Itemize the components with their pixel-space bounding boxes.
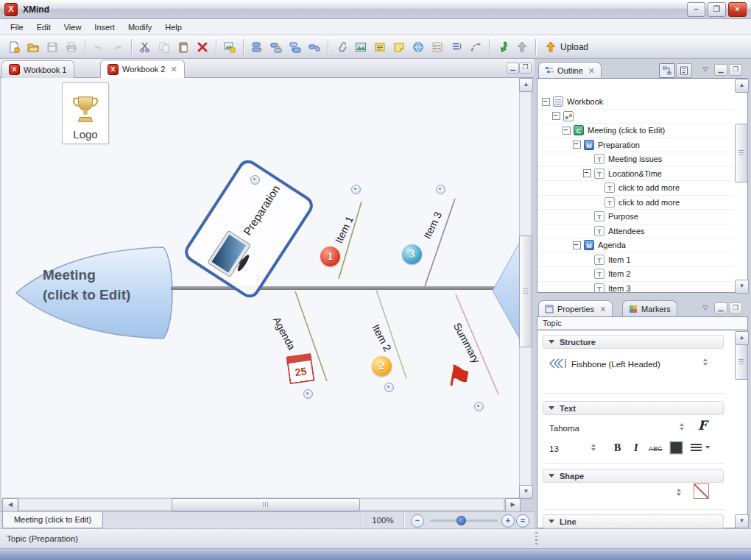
tree-item-meeting-issues[interactable]: Meeting issues [537,152,734,167]
tab-properties[interactable]: Properties ✕ [538,300,613,317]
zoom-in-button[interactable]: + [501,514,515,528]
hyperlink-button[interactable] [409,38,428,57]
tree-item-item1[interactable]: Item 1 [537,253,734,268]
menu-edit[interactable]: Edit [31,21,57,33]
menu-help[interactable]: Help [159,21,188,33]
menu-insert[interactable]: Insert [88,21,121,33]
tree-item-sheet[interactable] [537,110,734,124]
tree-item-preparation[interactable]: Preparation [537,138,734,153]
numbering-button[interactable] [447,38,466,57]
tab-outline[interactable]: Outline ✕ [538,62,602,79]
font-picker-icon[interactable]: F [698,418,707,433]
outline-view-toggle-map[interactable] [659,63,675,78]
collapse-handle[interactable] [474,402,484,411]
scroll-up-button[interactable]: ▲ [519,78,533,92]
label-button[interactable] [389,38,409,57]
structure-value[interactable]: Fishbone (Left Headed) [571,360,660,369]
minimize-button[interactable]: – [687,2,705,17]
tree-item-item2[interactable]: Item 2 [537,267,734,282]
tree-item-workbook[interactable]: Workbook [537,95,734,110]
font-family-value[interactable]: Tahoma [549,424,579,433]
menu-file[interactable]: File [4,21,29,33]
open-button[interactable] [24,38,43,57]
upload-button[interactable]: Upload [540,38,593,57]
insert-subtopic-button[interactable] [267,38,286,57]
outline-scroll-thumb[interactable] [735,124,748,182]
collapse-handle[interactable] [384,383,394,392]
properties-scroll-thumb[interactable] [735,344,748,380]
tab-markers[interactable]: Markers [622,300,677,317]
expand-toggle[interactable] [583,169,591,177]
sheet-tab[interactable]: Meeting (click to Edit) [2,512,103,528]
text-section-header[interactable]: Text [543,401,724,415]
tab-close-icon[interactable]: ✕ [599,305,606,314]
bold-button[interactable]: B [614,442,621,454]
menu-view[interactable]: View [58,21,88,33]
status-splitter[interactable] [535,532,537,546]
insert-topic-button[interactable] [247,38,267,57]
notes-button[interactable] [370,38,389,57]
font-size-value[interactable]: 13 [549,444,559,453]
tree-item-add-more[interactable]: click to add more [537,181,734,196]
line-section-header[interactable]: Line [543,514,724,528]
strikethrough-button[interactable]: ABC [649,445,663,453]
relationship-button[interactable] [466,38,485,57]
tree-item-agenda[interactable]: Agenda [537,238,734,253]
tab-workbook-1[interactable]: Workbook 1 [1,60,74,78]
collapse-handle[interactable] [351,185,361,194]
attachment-button[interactable] [332,38,351,57]
paste-button[interactable] [174,38,193,57]
scroll-right-button[interactable]: ▶ [505,498,521,512]
sync-down-button[interactable] [493,38,512,57]
insert-image-button[interactable] [351,38,370,57]
outline-menu-chevron-icon[interactable]: ▽ [699,65,711,75]
editor-minimize-button[interactable]: ▁ [507,63,519,74]
scroll-up-button[interactable]: ▲ [735,79,749,93]
calendar-icon[interactable]: 25 [286,353,315,384]
marker-number-2[interactable]: 2 [372,356,392,376]
outline-view-toggle-list[interactable] [676,63,692,78]
zoom-reset-button[interactable]: = [516,514,529,528]
maximize-button[interactable]: ❐ [708,2,726,17]
scroll-down-button[interactable]: ▼ [735,514,749,528]
outline-maximize-button[interactable]: ❐ [729,64,742,76]
shape-fill-swatch[interactable] [694,483,709,499]
expand-toggle[interactable] [573,141,581,149]
structure-section-header[interactable]: Structure [543,335,724,349]
structure-spinner[interactable] [701,356,710,367]
collapse-handle[interactable] [303,389,313,399]
delete-button[interactable] [193,38,212,57]
scroll-down-button[interactable]: ▼ [735,280,749,294]
editor-maximize-button[interactable]: ❐ [519,63,532,74]
collapse-handle[interactable] [436,185,445,194]
align-button[interactable] [691,444,702,452]
tree-item-meeting[interactable]: Meeting (click to Edit) [537,124,734,138]
properties-maximize-button[interactable]: ❐ [729,302,742,314]
insert-topic-before-button[interactable] [286,38,305,57]
expand-toggle[interactable] [563,127,571,135]
map-canvas[interactable]: Logo Meeting (click to Edit) [1,78,519,497]
zoom-out-button[interactable]: − [411,514,424,528]
menu-modify[interactable]: Modify [122,21,158,33]
new-workbook-button[interactable] [4,38,24,57]
canvas-vscroll-thumb[interactable] [519,235,532,347]
expand-toggle[interactable] [552,112,560,120]
expand-toggle[interactable] [542,98,550,106]
italic-button[interactable]: I [634,442,638,454]
tree-item-add-more[interactable]: click to add more [537,196,734,210]
expand-toggle[interactable] [573,241,581,249]
export-image-button[interactable] [220,38,239,57]
shape-section-header[interactable]: Shape [543,469,724,483]
share-up-button[interactable] [512,38,532,57]
tree-item-location-time[interactable]: Location&Time [537,167,734,182]
canvas-hscroll-thumb[interactable] [172,498,360,511]
insert-parent-topic-button[interactable] [305,38,324,57]
scroll-left-button[interactable]: ◀ [2,498,18,512]
properties-minimize-button[interactable]: ▁ [714,302,727,314]
collapse-handle[interactable] [250,175,260,185]
outline-minimize-button[interactable]: ▁ [714,64,727,76]
close-button[interactable]: × [728,2,747,17]
marker-number-1[interactable]: 1 [320,247,340,266]
shape-spinner[interactable] [674,486,683,497]
font-family-spinner[interactable] [677,421,686,432]
